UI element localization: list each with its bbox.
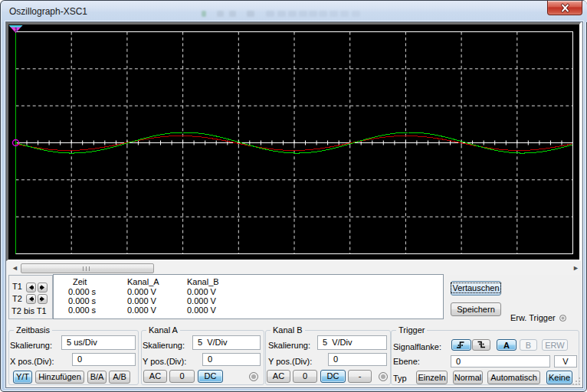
svg-text:1: 1 [15,26,18,33]
